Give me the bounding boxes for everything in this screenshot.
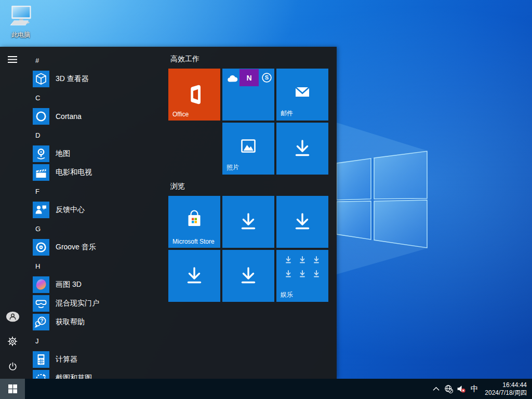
get-help-icon: ? xyxy=(33,314,49,330)
app-section-letter[interactable]: C xyxy=(33,88,168,107)
entertainment-mini-downloads xyxy=(276,253,328,278)
app-item-feedback-hub[interactable]: 反馈中心 xyxy=(33,201,168,219)
this-pc-desktop-icon[interactable]: 此电脑 xyxy=(4,4,37,39)
tile-microsoft-store[interactable]: Microsoft Store xyxy=(168,196,220,248)
tile-photos[interactable]: 照片 xyxy=(222,123,274,175)
groove-music-icon xyxy=(33,239,49,256)
start-button[interactable] xyxy=(0,379,25,399)
tile-download-pending[interactable] xyxy=(222,250,274,302)
download-arrow-icon xyxy=(222,196,274,248)
download-arrow-icon xyxy=(276,123,328,175)
app-list: # 3D 查看器 C Cortana D xyxy=(25,47,168,379)
tile-group-title: 浏览 xyxy=(168,181,337,191)
svg-text:S: S xyxy=(265,74,269,81)
onedrive-mini-icon xyxy=(226,74,238,83)
expand-menu-button[interactable] xyxy=(0,47,25,72)
tile-mail[interactable]: 邮件 xyxy=(276,69,328,121)
maps-icon xyxy=(33,145,49,162)
app-item-movies-tv[interactable]: 电影和电视 xyxy=(33,163,168,182)
system-tray: 中 16:44:44 2024/7/18/周四 xyxy=(430,381,532,397)
power-button[interactable] xyxy=(0,354,25,379)
app-section-letter[interactable]: G xyxy=(33,219,168,238)
volume-button[interactable] xyxy=(455,383,467,395)
app-section-letter[interactable]: # xyxy=(33,51,168,70)
gear-icon xyxy=(7,336,18,347)
app-item-maps[interactable]: 地图 xyxy=(33,144,168,163)
tile-grid-productivity: Office N S xyxy=(168,69,337,175)
tile-area: 高效工作 Office N xyxy=(168,47,337,379)
start-menu: # 3D 查看器 C Cortana D xyxy=(0,47,337,379)
volume-muted-icon xyxy=(457,384,466,393)
rail-spacer xyxy=(0,72,25,304)
feedback-hub-icon xyxy=(33,202,49,218)
clock-time: 16:44:44 xyxy=(485,381,527,389)
skype-mini-icon: S xyxy=(261,72,272,83)
download-arrow-icon xyxy=(168,250,220,302)
user-account-button[interactable] xyxy=(0,304,25,329)
onenote-mini-icon: N xyxy=(240,69,259,86)
calculator-icon xyxy=(33,351,49,368)
hamburger-icon xyxy=(7,56,18,63)
3d-viewer-icon xyxy=(33,71,49,87)
tile-entertainment-folder[interactable]: 娱乐 xyxy=(276,250,328,302)
app-item-paint-3d[interactable]: 画图 3D xyxy=(33,275,168,294)
app-section-letter[interactable]: J xyxy=(33,331,168,350)
download-arrow-icon xyxy=(222,250,274,302)
wallpaper-windows-logo xyxy=(312,114,532,281)
app-section-letter[interactable]: F xyxy=(33,182,168,201)
tile-download-pending[interactable] xyxy=(222,196,274,248)
tile-office-folder[interactable]: N S xyxy=(222,69,274,121)
chevron-up-icon xyxy=(433,387,440,391)
app-section-letter[interactable]: H xyxy=(33,257,168,275)
app-item-cortana[interactable]: Cortana xyxy=(33,107,168,126)
paint-3d-icon xyxy=(33,276,49,293)
taskbar: 中 16:44:44 2024/7/18/周四 xyxy=(0,379,532,399)
app-item-calculator[interactable]: 计算器 xyxy=(33,350,168,369)
app-item-mixed-reality-portal[interactable]: 混合现实门户 xyxy=(33,294,168,313)
app-item-3d-viewer[interactable]: 3D 查看器 xyxy=(33,70,168,88)
app-section-letter[interactable]: D xyxy=(33,126,168,144)
tile-group-title: 高效工作 xyxy=(168,54,337,64)
this-pc-label: 此电脑 xyxy=(4,31,37,39)
clock-date: 2024/7/18/周四 xyxy=(485,389,527,397)
settings-button[interactable] xyxy=(0,329,25,354)
this-pc-icon xyxy=(6,4,35,28)
app-item-snip-sketch[interactable]: 截图和草图 xyxy=(33,369,168,379)
windows-desktop: 此电脑 xyxy=(0,0,532,399)
network-status-button[interactable] xyxy=(442,383,455,395)
tile-download-pending[interactable] xyxy=(276,196,328,248)
start-menu-rail xyxy=(0,47,25,379)
ime-indicator[interactable]: 中 xyxy=(467,384,482,394)
svg-text:?: ? xyxy=(40,317,43,324)
network-disconnected-icon xyxy=(444,384,453,393)
snip-sketch-icon xyxy=(33,370,49,379)
movies-tv-icon xyxy=(33,164,49,181)
cortana-icon xyxy=(33,108,49,125)
user-avatar-icon xyxy=(6,311,20,322)
app-item-groove-music[interactable]: Groove 音乐 xyxy=(33,238,168,257)
show-hidden-icons-button[interactable] xyxy=(430,383,442,395)
app-item-get-help[interactable]: ? 获取帮助 xyxy=(33,313,168,331)
download-arrow-icon xyxy=(276,196,328,248)
windows-logo-icon xyxy=(8,384,17,393)
tile-office[interactable]: Office xyxy=(168,69,220,121)
power-icon xyxy=(8,362,18,371)
tile-download-pending[interactable] xyxy=(168,250,220,302)
mixed-reality-icon xyxy=(33,295,49,312)
tile-grid-browse: Microsoft Store xyxy=(168,196,337,302)
taskbar-clock[interactable]: 16:44:44 2024/7/18/周四 xyxy=(482,381,532,397)
tile-download-pending[interactable] xyxy=(276,123,328,175)
